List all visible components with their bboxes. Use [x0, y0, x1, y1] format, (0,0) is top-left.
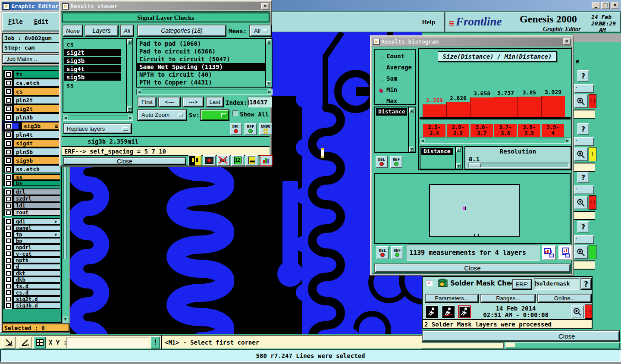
rv-categories-header[interactable]: Categories (18) [137, 25, 226, 37]
nav-last-button[interactable]: Last [206, 97, 224, 107]
layer-row-pln2t[interactable]: pln2t [3, 96, 60, 104]
rv-close-button[interactable]: Close [63, 157, 186, 165]
menu-file[interactable]: File [8, 18, 23, 25]
layer-row-ss[interactable]: ss [3, 174, 60, 180]
nav-prev-button[interactable]: <--- [158, 97, 181, 107]
layer-visibility-checkbox[interactable] [6, 141, 11, 146]
report-icon[interactable] [245, 155, 258, 166]
layer-row-pln3b[interactable]: pln3b [3, 113, 60, 122]
results-histogram-titlebar[interactable]: × Results histogram × [372, 38, 571, 46]
soldermask-checkbox[interactable]: ✔ [426, 280, 433, 286]
replace-layers-dropdown[interactable]: Replace layers [63, 123, 132, 134]
distance-axis-scrollbar[interactable]: ▲ ▼ [456, 146, 463, 169]
soldermask-zoom-icon[interactable] [571, 305, 584, 318]
copy-histogram-icon[interactable] [558, 245, 572, 260]
check-zoom-icon[interactable] [574, 245, 588, 259]
index-input[interactable]: 18437 [248, 97, 272, 107]
layer-visibility-checkbox[interactable] [6, 226, 11, 230]
menu-edit[interactable]: Edit [34, 18, 49, 25]
layer-row-sig2t.d[interactable]: sig2t.d [3, 296, 60, 302]
stat-radio-min[interactable]: ◆Min [375, 84, 415, 95]
category-item[interactable]: PTH to Copper (4431) [137, 78, 265, 86]
stat-radio-average[interactable]: ◇Average [375, 62, 415, 73]
layer-row-ts[interactable]: ts [3, 70, 60, 78]
checklist-close-button[interactable]: Close [422, 330, 620, 342]
histogram-icon[interactable] [260, 155, 273, 166]
layer-visibility-checkbox[interactable] [6, 107, 11, 111]
tile-windows-icon[interactable] [34, 336, 46, 348]
measure-type-item[interactable]: Distance [376, 108, 407, 116]
rv-all-button[interactable]: All [120, 25, 134, 37]
nav-first-button[interactable]: First [138, 97, 157, 107]
check-dropdown-partial[interactable]: . [574, 137, 594, 146]
run-check-icon[interactable] [425, 305, 438, 318]
check-status-badge[interactable]: !! [589, 195, 596, 210]
measure-point-icon[interactable] [203, 155, 216, 166]
layer-visibility-checkbox[interactable] [6, 190, 11, 195]
check-zoom-icon[interactable] [574, 94, 588, 108]
check-help-button[interactable]: ? [577, 172, 589, 183]
layer-row-v-cut[interactable]: v-cut [3, 251, 60, 257]
check-status-badge[interactable]: ! [589, 147, 596, 161]
layer-visibility-checkbox[interactable] [6, 251, 11, 256]
layer-visibility-checkbox[interactable] [6, 271, 11, 276]
layer-row-sig5b[interactable]: sig5b [3, 156, 60, 165]
layer-visibility-checkbox[interactable] [6, 297, 11, 301]
rv-layers-button[interactable]: Layers [85, 25, 119, 37]
layer-row-npth[interactable]: npth [3, 257, 60, 264]
stat-radio-count[interactable]: ◇Count [375, 50, 415, 62]
layer-row-ldi[interactable]: ldi [3, 202, 60, 209]
close-icon[interactable]: × [563, 38, 571, 45]
category-item[interactable]: Same Net Spacing (1139) [137, 63, 265, 71]
category-item[interactable]: Pad to pad (1060) [137, 40, 265, 47]
layer-visibility-checkbox[interactable] [6, 81, 11, 85]
rv-none-button[interactable]: None [63, 25, 83, 37]
rv-category-scrollbar[interactable]: ▲ ▼ [265, 38, 273, 88]
layer-row-sig2t[interactable]: sig2t [3, 104, 60, 113]
layer-visibility-checkbox[interactable] [6, 72, 11, 77]
layer-visibility-checkbox[interactable] [6, 210, 11, 215]
close-icon[interactable]: × [611, 2, 619, 9]
layer-visibility-checkbox[interactable] [6, 238, 11, 243]
layer-visibility-checkbox[interactable] [6, 167, 11, 172]
resolution-slider-thumb[interactable] [469, 163, 481, 167]
run-check-selected-icon[interactable] [458, 305, 471, 318]
layer-visibility-checkbox[interactable] [6, 124, 11, 129]
layer-visibility-checkbox[interactable] [6, 197, 11, 201]
layer-visibility-checkbox[interactable] [6, 132, 11, 137]
rv-layer-item-cs[interactable]: cs [64, 41, 124, 48]
rv-layer-item-sig3b[interactable]: sig3b [64, 57, 121, 64]
menu-help[interactable]: Help [422, 19, 435, 26]
graphic-editor-titlebar[interactable]: × Graphic Editor 9.02 [2, 2, 68, 10]
layer-row-szdrl[interactable]: szdrl [3, 195, 60, 202]
reference-measure-button[interactable]: REF [391, 246, 403, 259]
delete-measure-button[interactable]: DEL [230, 123, 242, 135]
layer-visibility-checkbox[interactable] [6, 277, 11, 282]
layer-visibility-checkbox[interactable] [6, 258, 11, 263]
rv-layer-item-sig2t[interactable]: sig2t [64, 49, 121, 56]
maximize-icon[interactable]: □ [601, 2, 610, 9]
layer-row-gd1[interactable]: gd1➤ [3, 218, 60, 225]
layer-row-panel[interactable]: panel [3, 225, 60, 231]
board-preview[interactable] [374, 173, 571, 244]
layer-row-cs[interactable]: cs [3, 87, 60, 96]
layer-row-sig3b[interactable]: sig3b⊞ [3, 122, 60, 130]
meas-dropdown[interactable]: All [249, 25, 272, 37]
check-dropdown-partial[interactable]: . [574, 185, 594, 194]
check-zoom-icon[interactable] [574, 196, 588, 209]
layer-visibility-checkbox[interactable] [6, 219, 11, 224]
layer-row-pln4t[interactable]: pln4t [3, 130, 60, 139]
soldermask-status-badge[interactable]: !! [585, 304, 592, 319]
histogram-close-button[interactable]: Close [374, 264, 571, 273]
layer-row-ss.etch[interactable]: ss.etch [3, 165, 60, 173]
layer-row-cs.d[interactable]: cs.d [3, 289, 60, 296]
soldermask-parameters-button[interactable]: Parameters... [425, 294, 479, 303]
contrast-view-icon[interactable] [188, 155, 201, 166]
rv-layer-item-sig5b[interactable]: sig5b [64, 73, 121, 81]
layer-visibility-checkbox[interactable] [6, 150, 11, 154]
check-status-badge[interactable] [589, 245, 596, 259]
zoom-fit-icon[interactable] [2, 336, 16, 348]
close-icon[interactable]: × [261, 3, 269, 9]
layer-row-d[interactable]: d [3, 264, 60, 270]
index-page-icon[interactable]: 12 [231, 155, 244, 166]
